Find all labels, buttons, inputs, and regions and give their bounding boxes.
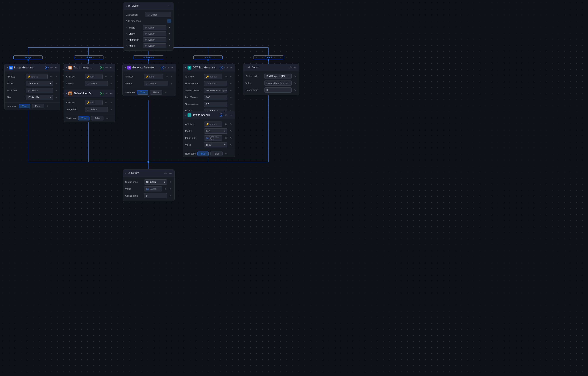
more-options-icon[interactable]: ••• [168, 4, 171, 8]
true-button[interactable]: True [78, 116, 89, 121]
api-key-field[interactable]: 🔑 falAI [85, 100, 103, 105]
more-options-icon[interactable]: ••• [229, 66, 232, 69]
edit-icon[interactable]: ✎ [109, 108, 113, 111]
cache-time-field[interactable]: 0 [144, 193, 167, 198]
code-icon[interactable]: </> [105, 66, 108, 69]
collapse-icon[interactable]: ▾ [185, 66, 186, 69]
play-button[interactable]: ▶ [161, 66, 164, 69]
more-options-icon[interactable]: ••• [109, 92, 113, 95]
edit-icon[interactable]: ✎ [293, 75, 297, 78]
more-options-icon[interactable]: ••• [109, 66, 113, 69]
copy-icon[interactable]: ⧉ [104, 101, 108, 104]
api-key-field[interactable]: 🔑 falAI [144, 74, 163, 79]
edit-icon[interactable]: ✎ [170, 82, 174, 85]
play-button[interactable]: ▶ [220, 66, 223, 69]
video-editor[interactable]: ƒx Editor [143, 31, 166, 36]
api-key-field[interactable]: 🔑 falAI [85, 74, 103, 79]
copy-icon[interactable]: ⧉ [49, 75, 53, 78]
edit-icon[interactable]: ✎ [46, 104, 49, 108]
copy-icon[interactable]: ⧉ [164, 187, 167, 191]
play-button[interactable]: ▶ [220, 113, 223, 117]
code-icon[interactable]: </> [224, 113, 228, 117]
code-icon[interactable]: </> [50, 66, 53, 69]
value-field[interactable]: (x) Switch [144, 186, 162, 191]
copy-icon[interactable]: ⧉ [104, 75, 108, 78]
play-button[interactable]: ▶ [45, 66, 49, 69]
api-key-field[interactable]: 🔑 openai [204, 122, 222, 127]
remove-video-case[interactable]: ✕ [168, 32, 171, 35]
edit-icon[interactable]: ✎ [105, 117, 109, 120]
edit-icon[interactable]: ✎ [229, 122, 232, 126]
edit-icon[interactable]: ✎ [293, 81, 297, 85]
edit-icon[interactable]: ✎ [229, 102, 232, 106]
false-button[interactable]: False [91, 116, 104, 121]
remove-animation-case[interactable]: ✕ [168, 38, 171, 41]
more-options-icon[interactable]: ••• [293, 66, 297, 69]
edit-icon[interactable]: ✎ [109, 75, 113, 78]
copy-icon[interactable]: ⧉ [165, 75, 168, 78]
collapse-icon[interactable]: ▾ [125, 66, 126, 69]
user-prompt-editor[interactable]: ƒx Editor [204, 81, 227, 86]
collapse-icon[interactable]: ▾ [125, 172, 126, 174]
more-options-icon[interactable]: ••• [229, 113, 232, 117]
true-button[interactable]: True [137, 90, 148, 95]
play-button[interactable]: ▶ [100, 92, 104, 95]
collapse-icon[interactable]: ▾ [66, 92, 67, 95]
edit-icon[interactable]: ✎ [229, 89, 232, 92]
input-text-field[interactable]: (x) GPT Text Gen... [204, 135, 222, 141]
collapse-icon[interactable]: ▾ [245, 66, 247, 69]
collapse-icon[interactable]: ▾ [7, 66, 8, 69]
true-button[interactable]: True [19, 104, 30, 108]
voice-select[interactable]: alloy ▾ [204, 142, 227, 147]
expression-editor-btn[interactable]: ƒx Editor [145, 12, 171, 17]
api-key-field[interactable]: 🔑 openai [204, 74, 222, 79]
more-options-icon[interactable]: ••• [169, 171, 172, 175]
copy-icon[interactable]: ⧉ [224, 136, 227, 140]
code-icon[interactable]: </> [289, 66, 292, 69]
model-select[interactable]: tts-1 ▾ [204, 128, 227, 134]
image-editor[interactable]: ƒx Editor [143, 25, 166, 30]
false-button[interactable]: False [150, 90, 162, 95]
collapse-icon[interactable]: ▾ [66, 66, 67, 69]
edit-icon[interactable]: ✎ [229, 82, 232, 85]
play-button[interactable]: ▶ [100, 66, 104, 69]
input-text-editor[interactable]: ƒx Editor [26, 88, 53, 93]
edit-icon[interactable]: ✎ [54, 89, 58, 92]
remove-image-case[interactable]: ✕ [168, 26, 171, 29]
code-icon[interactable]: </> [224, 66, 228, 69]
edit-icon[interactable]: ✎ [229, 96, 232, 99]
edit-icon[interactable]: ✎ [54, 75, 58, 78]
collapse-icon[interactable]: ▾ [126, 5, 127, 7]
edit-icon[interactable]: ✎ [169, 187, 172, 191]
edit-icon[interactable]: ✎ [229, 143, 232, 146]
edit-icon[interactable]: ✎ [229, 129, 232, 133]
edit-icon[interactable]: ✎ [293, 88, 297, 92]
false-button[interactable]: False [32, 104, 44, 108]
prompt-editor[interactable]: ƒx Editor [85, 81, 108, 86]
animation-editor[interactable]: ƒx Editor [143, 37, 166, 42]
more-options-icon[interactable]: ••• [54, 66, 58, 69]
edit-icon[interactable]: ✎ [170, 75, 174, 78]
temperature-field[interactable]: 0.5 [204, 102, 227, 107]
edit-icon[interactable]: ✎ [109, 101, 113, 104]
code-icon[interactable]: </> [164, 171, 168, 175]
edit-icon[interactable]: ✎ [169, 180, 172, 184]
code-icon[interactable]: </> [165, 66, 169, 69]
false-button[interactable]: False [210, 152, 223, 156]
copy-icon[interactable]: ⧉ [224, 122, 227, 126]
max-tokens-field[interactable]: 200 [204, 95, 227, 100]
prompt-editor[interactable]: ƒx Editor [144, 81, 168, 86]
cache-time-field[interactable]: 0 [264, 88, 292, 93]
edit-icon[interactable]: ✎ [229, 136, 232, 140]
remove-audio-case[interactable]: ✕ [168, 44, 171, 47]
edit-icon[interactable]: ✎ [169, 194, 172, 198]
edit-icon[interactable]: ✎ [229, 75, 232, 78]
status-code-select[interactable]: Bad Request (400) ▾ [264, 74, 292, 79]
more-options-icon[interactable]: ••• [170, 66, 174, 69]
image-url-editor[interactable]: ƒx Editor [85, 107, 108, 112]
edit-icon[interactable]: ✎ [164, 91, 168, 94]
status-code-select[interactable]: OK (200) ▾ [144, 179, 167, 185]
collapse-icon[interactable]: ▾ [185, 114, 186, 116]
copy-icon[interactable]: ⧉ [224, 75, 227, 78]
edit-icon[interactable]: ✎ [224, 152, 228, 155]
